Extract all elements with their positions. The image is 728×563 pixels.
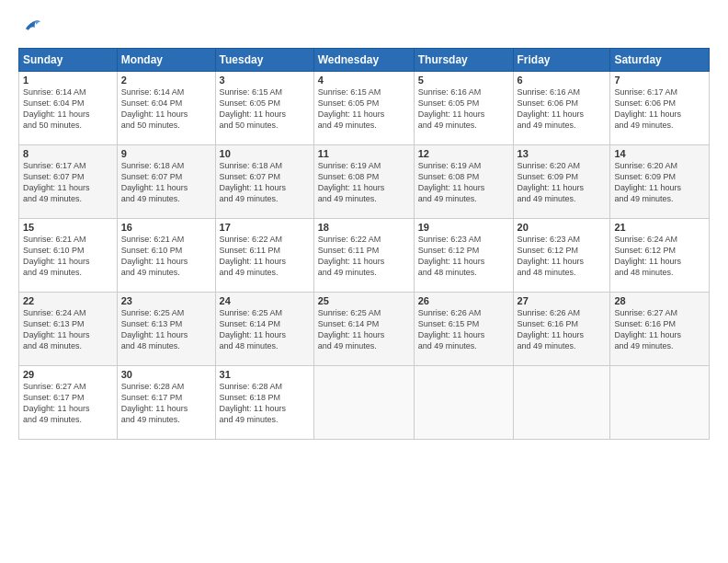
calendar-cell: 9Sunrise: 6:18 AM Sunset: 6:07 PM Daylig…: [117, 145, 215, 219]
calendar-cell: 29Sunrise: 6:27 AM Sunset: 6:17 PM Dayli…: [19, 366, 118, 440]
day-number: 4: [318, 75, 410, 86]
day-info: Sunrise: 6:28 AM Sunset: 6:18 PM Dayligh…: [220, 381, 310, 426]
calendar-week-row: 22Sunrise: 6:24 AM Sunset: 6:13 PM Dayli…: [19, 293, 710, 366]
calendar-table: SundayMondayTuesdayWednesdayThursdayFrid…: [18, 48, 710, 440]
day-number: 21: [614, 222, 705, 233]
page: SundayMondayTuesdayWednesdayThursdayFrid…: [0, 0, 728, 563]
day-info: Sunrise: 6:23 AM Sunset: 6:12 PM Dayligh…: [418, 234, 509, 279]
calendar-cell: 12Sunrise: 6:19 AM Sunset: 6:08 PM Dayli…: [414, 145, 513, 219]
calendar-cell: 26Sunrise: 6:26 AM Sunset: 6:15 PM Dayli…: [414, 293, 513, 366]
day-info: Sunrise: 6:21 AM Sunset: 6:10 PM Dayligh…: [23, 234, 113, 279]
day-number: 3: [220, 75, 310, 86]
day-info: Sunrise: 6:27 AM Sunset: 6:16 PM Dayligh…: [614, 307, 705, 352]
calendar-cell: [313, 366, 414, 440]
calendar-cell: 27Sunrise: 6:26 AM Sunset: 6:16 PM Dayli…: [513, 293, 610, 366]
calendar-cell: 15Sunrise: 6:21 AM Sunset: 6:10 PM Dayli…: [19, 219, 118, 293]
header: [18, 17, 710, 37]
day-info: Sunrise: 6:17 AM Sunset: 6:07 PM Dayligh…: [23, 160, 113, 205]
calendar-header-monday: Monday: [117, 49, 215, 72]
day-info: Sunrise: 6:26 AM Sunset: 6:15 PM Dayligh…: [418, 307, 509, 352]
calendar-cell: 25Sunrise: 6:25 AM Sunset: 6:14 PM Dayli…: [313, 293, 414, 366]
day-info: Sunrise: 6:16 AM Sunset: 6:05 PM Dayligh…: [418, 86, 509, 132]
day-info: Sunrise: 6:25 AM Sunset: 6:13 PM Dayligh…: [121, 307, 211, 352]
day-info: Sunrise: 6:15 AM Sunset: 6:05 PM Dayligh…: [318, 86, 410, 132]
calendar-cell: 30Sunrise: 6:28 AM Sunset: 6:17 PM Dayli…: [117, 366, 215, 440]
day-info: Sunrise: 6:20 AM Sunset: 6:09 PM Dayligh…: [518, 160, 607, 205]
calendar-cell: 16Sunrise: 6:21 AM Sunset: 6:10 PM Dayli…: [117, 219, 215, 293]
day-number: 5: [418, 75, 509, 86]
logo-bird-icon: [20, 17, 40, 37]
calendar-header-sunday: Sunday: [19, 49, 118, 72]
calendar-cell: 17Sunrise: 6:22 AM Sunset: 6:11 PM Dayli…: [215, 219, 313, 293]
day-info: Sunrise: 6:22 AM Sunset: 6:11 PM Dayligh…: [318, 234, 410, 279]
calendar-cell: 2Sunrise: 6:14 AM Sunset: 6:04 PM Daylig…: [117, 72, 215, 145]
day-number: 23: [121, 295, 211, 306]
calendar-cell: 19Sunrise: 6:23 AM Sunset: 6:12 PM Dayli…: [414, 219, 513, 293]
day-info: Sunrise: 6:14 AM Sunset: 6:04 PM Dayligh…: [121, 86, 211, 132]
day-info: Sunrise: 6:14 AM Sunset: 6:04 PM Dayligh…: [23, 86, 113, 132]
day-number: 16: [121, 222, 211, 233]
day-number: 6: [518, 75, 607, 86]
calendar-cell: 23Sunrise: 6:25 AM Sunset: 6:13 PM Dayli…: [117, 293, 215, 366]
calendar-cell: 21Sunrise: 6:24 AM Sunset: 6:12 PM Dayli…: [610, 219, 710, 293]
day-number: 26: [418, 295, 509, 306]
day-number: 9: [121, 148, 211, 159]
calendar-cell: 7Sunrise: 6:17 AM Sunset: 6:06 PM Daylig…: [610, 72, 710, 145]
day-number: 7: [614, 75, 705, 86]
day-info: Sunrise: 6:24 AM Sunset: 6:13 PM Dayligh…: [23, 307, 113, 352]
day-number: 12: [418, 148, 509, 159]
calendar-cell: 10Sunrise: 6:18 AM Sunset: 6:07 PM Dayli…: [215, 145, 313, 219]
day-number: 11: [318, 148, 410, 159]
day-info: Sunrise: 6:25 AM Sunset: 6:14 PM Dayligh…: [220, 307, 310, 352]
day-info: Sunrise: 6:21 AM Sunset: 6:10 PM Dayligh…: [121, 234, 211, 279]
calendar-header-thursday: Thursday: [414, 49, 513, 72]
day-number: 2: [121, 75, 211, 86]
calendar-cell: 3Sunrise: 6:15 AM Sunset: 6:05 PM Daylig…: [215, 72, 313, 145]
day-number: 17: [220, 222, 310, 233]
day-info: Sunrise: 6:27 AM Sunset: 6:17 PM Dayligh…: [23, 381, 113, 426]
day-number: 10: [220, 148, 310, 159]
calendar-header-friday: Friday: [513, 49, 610, 72]
calendar-header-row: SundayMondayTuesdayWednesdayThursdayFrid…: [19, 49, 710, 72]
calendar-cell: 22Sunrise: 6:24 AM Sunset: 6:13 PM Dayli…: [19, 293, 118, 366]
calendar-cell: [513, 366, 610, 440]
day-info: Sunrise: 6:22 AM Sunset: 6:11 PM Dayligh…: [220, 234, 310, 279]
day-info: Sunrise: 6:18 AM Sunset: 6:07 PM Dayligh…: [121, 160, 211, 205]
day-number: 8: [23, 148, 113, 159]
day-info: Sunrise: 6:23 AM Sunset: 6:12 PM Dayligh…: [518, 234, 607, 279]
calendar-cell: 20Sunrise: 6:23 AM Sunset: 6:12 PM Dayli…: [513, 219, 610, 293]
day-number: 29: [23, 369, 113, 380]
day-number: 20: [518, 222, 607, 233]
calendar-header-saturday: Saturday: [610, 49, 710, 72]
calendar-cell: [414, 366, 513, 440]
day-number: 28: [614, 295, 705, 306]
calendar-cell: 28Sunrise: 6:27 AM Sunset: 6:16 PM Dayli…: [610, 293, 710, 366]
day-number: 14: [614, 148, 705, 159]
logo: [18, 17, 40, 37]
calendar-week-row: 1Sunrise: 6:14 AM Sunset: 6:04 PM Daylig…: [19, 72, 710, 145]
calendar-cell: 18Sunrise: 6:22 AM Sunset: 6:11 PM Dayli…: [313, 219, 414, 293]
calendar-cell: 31Sunrise: 6:28 AM Sunset: 6:18 PM Dayli…: [215, 366, 313, 440]
day-info: Sunrise: 6:24 AM Sunset: 6:12 PM Dayligh…: [614, 234, 705, 279]
day-number: 22: [23, 295, 113, 306]
calendar-cell: 5Sunrise: 6:16 AM Sunset: 6:05 PM Daylig…: [414, 72, 513, 145]
day-number: 24: [220, 295, 310, 306]
day-info: Sunrise: 6:19 AM Sunset: 6:08 PM Dayligh…: [418, 160, 509, 205]
day-number: 30: [121, 369, 211, 380]
day-info: Sunrise: 6:25 AM Sunset: 6:14 PM Dayligh…: [318, 307, 410, 352]
day-number: 1: [23, 75, 113, 86]
day-info: Sunrise: 6:16 AM Sunset: 6:06 PM Dayligh…: [518, 86, 607, 132]
calendar-week-row: 8Sunrise: 6:17 AM Sunset: 6:07 PM Daylig…: [19, 145, 710, 219]
calendar-cell: 6Sunrise: 6:16 AM Sunset: 6:06 PM Daylig…: [513, 72, 610, 145]
calendar-cell: 4Sunrise: 6:15 AM Sunset: 6:05 PM Daylig…: [313, 72, 414, 145]
calendar-cell: 14Sunrise: 6:20 AM Sunset: 6:09 PM Dayli…: [610, 145, 710, 219]
day-number: 31: [220, 369, 310, 380]
day-info: Sunrise: 6:18 AM Sunset: 6:07 PM Dayligh…: [220, 160, 310, 205]
calendar-cell: 8Sunrise: 6:17 AM Sunset: 6:07 PM Daylig…: [19, 145, 118, 219]
calendar-header-wednesday: Wednesday: [313, 49, 414, 72]
day-number: 27: [518, 295, 607, 306]
calendar-cell: [610, 366, 710, 440]
calendar-week-row: 29Sunrise: 6:27 AM Sunset: 6:17 PM Dayli…: [19, 366, 710, 440]
calendar-header-tuesday: Tuesday: [215, 49, 313, 72]
calendar-cell: 11Sunrise: 6:19 AM Sunset: 6:08 PM Dayli…: [313, 145, 414, 219]
